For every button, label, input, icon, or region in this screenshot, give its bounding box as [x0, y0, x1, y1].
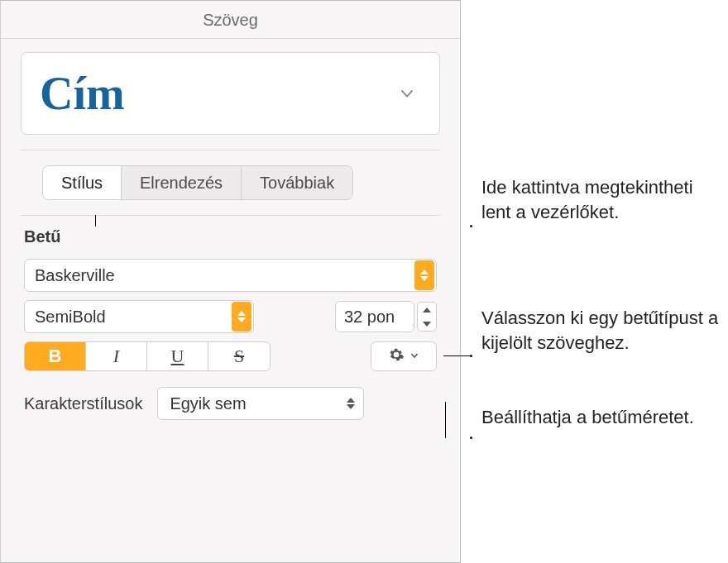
callout-line	[443, 355, 472, 356]
font-size-box: 32 pon	[335, 301, 437, 332]
callout-tabs: Ide kattintva megtekintheti lent a vezér…	[481, 175, 713, 224]
font-weight-select[interactable]: SemiBold	[24, 300, 254, 333]
font-size-stepper[interactable]	[417, 302, 437, 332]
panel-title: Szöveg	[1, 1, 460, 39]
italic-button[interactable]: I	[86, 342, 147, 370]
underline-button[interactable]: U	[147, 342, 208, 370]
chevron-down-icon	[410, 349, 419, 364]
advanced-options-button[interactable]	[371, 341, 437, 371]
font-size-value: 32 pon	[344, 308, 395, 327]
font-weight-row: SemiBold 32 pon	[1, 296, 460, 337]
bold-button[interactable]: B	[25, 342, 86, 370]
character-styles-value: Egyik sem	[170, 394, 246, 413]
font-section-label: Betű	[1, 216, 460, 255]
character-styles-row: Karakterstílusok Egyik sem	[1, 375, 460, 420]
font-family-value: Baskerville	[35, 266, 115, 285]
text-style-row: B I U S	[1, 337, 460, 375]
tab-layout[interactable]: Elrendezés	[122, 166, 242, 199]
tab-style[interactable]: Stílus	[43, 166, 122, 199]
stepper-down-icon	[423, 322, 431, 327]
stepper-up-icon	[423, 308, 431, 313]
character-styles-select[interactable]: Egyik sem	[157, 387, 364, 420]
updown-arrow-icon	[232, 302, 251, 332]
strikethrough-button[interactable]: S	[208, 342, 270, 370]
format-panel: Szöveg Cím Stílus Elrendezés Továbbiak B…	[0, 0, 461, 563]
chevron-down-icon	[398, 84, 416, 103]
paragraph-style-picker[interactable]: Cím	[21, 52, 440, 135]
updown-arrow-icon	[414, 260, 434, 290]
font-family-row: Baskerville	[1, 255, 460, 296]
callout-size: Beállíthatja a betűméretet.	[481, 405, 713, 430]
font-family-select[interactable]: Baskerville	[24, 259, 437, 292]
tab-more[interactable]: Továbbiak	[242, 166, 352, 199]
font-size-input[interactable]: 32 pon	[335, 301, 414, 332]
text-style-buttons: B I U S	[24, 341, 271, 371]
font-weight-value: SemiBold	[35, 308, 106, 327]
updown-arrow-icon	[347, 398, 355, 409]
paragraph-style-value: Cím	[40, 67, 125, 120]
gear-icon	[388, 346, 405, 366]
tabs-row: Stílus Elrendezés Továbbiak	[1, 150, 460, 215]
tabs-segmented-control: Stílus Elrendezés Továbbiak	[42, 165, 353, 200]
character-styles-label: Karakterstílusok	[24, 394, 142, 413]
callout-font: Válasszon ki egy betűtípust a kijelölt s…	[481, 306, 721, 355]
